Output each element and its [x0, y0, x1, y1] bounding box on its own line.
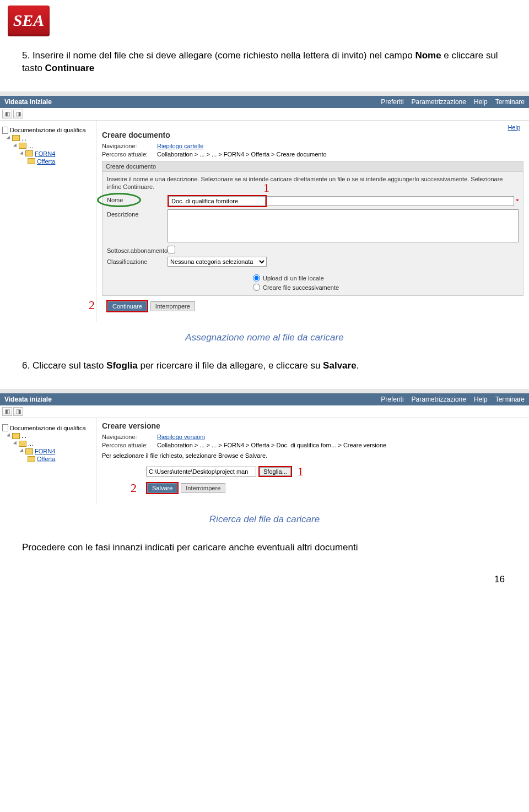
classificazione-label: Classificazione: [107, 257, 168, 265]
header-parametrizzazione[interactable]: Parametrizzazione: [412, 396, 466, 403]
nome-input[interactable]: [169, 196, 266, 206]
section-header: Creare documento: [102, 161, 523, 172]
interrompere-button[interactable]: Interrompere: [150, 301, 195, 311]
folder-icon: [12, 135, 20, 141]
toolbar-icon[interactable]: ◧: [2, 110, 12, 118]
nav-link[interactable]: Riepilogo versioni: [157, 434, 205, 440]
toolbar: ◧ ◨: [0, 108, 529, 121]
tree-forn4[interactable]: FORN4: [35, 150, 55, 157]
header-title: Videata iniziale: [4, 98, 52, 106]
label-sfoglia: Sfoglia: [106, 360, 138, 371]
pane-title: Creare documento: [102, 131, 523, 139]
nome-ext-input[interactable]: [267, 196, 514, 206]
radio-upload-locale[interactable]: [253, 274, 260, 282]
continuare-button[interactable]: Continuare: [107, 301, 147, 311]
file-path-input[interactable]: [146, 467, 256, 477]
sidebar-tree: Documentazione di qualifica ... ... FORN…: [0, 121, 96, 323]
tree-root[interactable]: Documentazione di qualifica: [10, 127, 86, 133]
folder-icon: [19, 441, 26, 447]
tree-dots[interactable]: ...: [28, 440, 33, 447]
tree-forn4[interactable]: FORN4: [35, 448, 55, 454]
callout-1: 1: [263, 181, 269, 195]
tree-offerta[interactable]: Offerta: [37, 456, 55, 462]
callout-1: 1: [298, 464, 304, 479]
required-star: *: [516, 198, 519, 204]
interrompere-button[interactable]: Interrompere: [181, 483, 225, 493]
page-number: 16: [494, 574, 505, 585]
folder-icon: [19, 143, 26, 149]
classificazione-select[interactable]: Nessuna categoria selezionata: [168, 257, 267, 267]
salvare-button[interactable]: Salvare: [147, 483, 177, 493]
header-title: Videata iniziale: [4, 396, 52, 403]
caption-1: Assegnazione nome al file da caricare: [22, 332, 507, 343]
toolbar-icon[interactable]: ◧: [2, 407, 12, 416]
tree-dots[interactable]: ...: [21, 135, 26, 142]
path-label: Percorso attuale:: [102, 151, 157, 158]
tree-root[interactable]: Documentazione di qualifica: [10, 425, 86, 431]
header-parametrizzazione[interactable]: Parametrizzazione: [412, 98, 466, 106]
tree-offerta[interactable]: Offerta: [37, 158, 55, 165]
header-preferiti[interactable]: Preferiti: [381, 98, 403, 106]
screenshot-creare-documento: Videata iniziale Preferiti Parametrizzaz…: [0, 91, 529, 323]
breadcrumb: Collaboration > ... > ... > FORN4 > Offe…: [157, 442, 386, 448]
screenshot-creare-versione: Videata iniziale Preferiti Parametrizzaz…: [0, 389, 529, 504]
header-terminare[interactable]: Terminare: [495, 98, 525, 106]
nav-label: Navigazione:: [102, 434, 157, 440]
step6-text: 6. Cliccare sul tasto Sfoglia per ricerc…: [22, 360, 507, 372]
doc-icon: [2, 127, 8, 134]
step5-text: 5. Inserire il nome del file che si deve…: [22, 50, 507, 75]
header-terminare[interactable]: Terminare: [495, 396, 525, 403]
app-header: Videata iniziale Preferiti Parametrizzaz…: [0, 393, 529, 405]
nav-label: Navigazione:: [102, 143, 157, 149]
sottoscr-label: Sottoscr.abbonamento: [107, 246, 168, 254]
label-nome: Nome: [415, 50, 441, 61]
header-preferiti[interactable]: Preferiti: [381, 396, 403, 403]
sfoglia-button[interactable]: Sfoglia...: [260, 467, 291, 476]
descrizione-label: Descrizione: [107, 209, 168, 218]
toolbar: ◧ ◨: [0, 405, 529, 418]
folder-icon: [28, 158, 35, 164]
pane-title: Creare versione: [102, 421, 523, 430]
label-continuare: Continuare: [45, 63, 95, 73]
caption-2: Ricerca del file da caricare: [22, 514, 507, 525]
path-label: Percorso attuale:: [102, 442, 157, 448]
callout-2: 2: [89, 298, 95, 312]
toolbar-icon[interactable]: ◨: [13, 407, 23, 416]
label-salvare: Salvare: [323, 360, 357, 371]
nav-link[interactable]: Riepilogo cartelle: [157, 143, 203, 149]
sottoscr-checkbox[interactable]: [168, 246, 175, 253]
instruction-text: Inserire il nome e una descrizione. Sele…: [107, 175, 519, 191]
descrizione-input[interactable]: [168, 209, 519, 242]
tree-dots[interactable]: ...: [21, 432, 26, 439]
header-help[interactable]: Help: [474, 98, 488, 106]
folder-icon: [25, 150, 33, 156]
instruction-text: Per selezionare il file richiesto, selez…: [102, 452, 523, 459]
radio-creare-label: Creare file successivamente: [263, 284, 339, 291]
header-help[interactable]: Help: [474, 396, 488, 403]
radio-upload-label: Upload di un file locale: [263, 275, 324, 282]
tree-dots[interactable]: ...: [28, 143, 33, 149]
help-link[interactable]: Help: [102, 124, 523, 131]
radio-creare-dopo[interactable]: [253, 284, 260, 291]
folder-icon: [25, 448, 33, 454]
app-header: Videata iniziale Preferiti Parametrizzaz…: [0, 96, 529, 108]
callout-2: 2: [131, 481, 137, 495]
doc-icon: [2, 424, 8, 431]
nome-label: Nome: [107, 195, 168, 203]
folder-icon: [28, 456, 35, 462]
folder-icon: [12, 433, 20, 439]
toolbar-icon[interactable]: ◨: [13, 110, 23, 118]
breadcrumb: Collaboration > ... > ... > FORN4 > Offe…: [157, 151, 327, 158]
closing-text: Procedere con le fasi innanzi indicati p…: [0, 542, 507, 554]
sidebar-tree: Documentazione di qualifica ... ... FORN…: [0, 418, 96, 504]
sea-logo: SEA: [8, 6, 50, 36]
